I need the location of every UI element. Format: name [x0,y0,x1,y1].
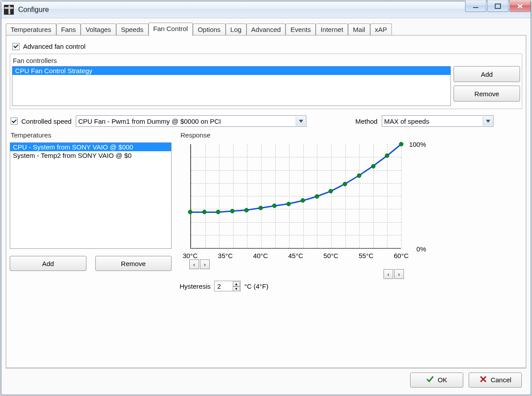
hysteresis-unit: °C (4°F) [244,282,269,290]
tab-fan-control[interactable]: Fan Control [149,23,193,36]
temperatures-list[interactable]: CPU - System from SONY VAIO @ $000System… [10,142,172,249]
tab-voltages[interactable]: Voltages [81,24,116,36]
spinner-arrows-icon: ▲▼ [233,282,240,290]
minimize-button[interactable] [465,0,486,12]
svg-rect-1 [495,4,501,8]
window-controls [465,0,531,12]
chart-x-max-increase-button[interactable]: › [394,269,404,279]
chart-point[interactable] [301,198,305,203]
chart-point[interactable] [315,194,319,199]
dialog-button-bar: OK Cancel [6,368,526,391]
tab-panel-fan-control: Advanced fan control Fan controllers CPU… [6,35,526,368]
hysteresis-row: Hysteresis 2 ▲▼ °C (4°F) [180,281,522,291]
chart-point[interactable] [258,206,263,210]
cancel-label: Cancel [491,376,512,384]
chart-x-min-decrease-button[interactable]: ‹ [189,259,199,269]
temperature-add-label: Add [42,260,54,267]
chart-x-tick: 60°C [394,252,409,259]
fan-controllers-label: Fan controllers [13,57,520,64]
controlled-speed-value: CPU Fan - Pwm1 from Dummy @ $0000 on PCI [78,118,221,125]
chevron-down-icon [483,116,493,126]
chart-point[interactable] [272,204,277,208]
response-chart[interactable]: ‹ › ‹ › 30°C35°C40°C45°C50°C55°C60°C100%… [180,141,428,265]
client-area: TemperaturesFansVoltagesSpeedsFan Contro… [1,18,531,395]
chart-x-tick: 45°C [288,252,303,259]
title-bar: Configure [1,1,531,18]
cancel-button[interactable]: Cancel [469,372,522,388]
lower-section: Temperatures CPU - System from SONY VAIO… [10,129,522,291]
controller-remove-button[interactable]: Remove [454,86,520,102]
chart-point[interactable] [399,142,403,146]
chart-x-tick: 35°C [218,252,233,259]
chart-point[interactable] [230,209,235,213]
chart-point[interactable] [343,182,347,186]
method-value: MAX of speeds [384,118,429,125]
controller-remove-label: Remove [474,90,499,98]
chart-point[interactable] [385,153,389,158]
hysteresis-value: 2 [217,282,221,290]
tab-options[interactable]: Options [193,24,226,36]
controlled-speed-checkbox[interactable]: Controlled speed [11,118,71,125]
tab-advanced[interactable]: Advanced [246,24,286,36]
chevron-down-icon [296,116,305,126]
controlled-speed-select[interactable]: CPU Fan - Pwm1 from Dummy @ $0000 on PCI [76,115,306,127]
check-icon [426,375,434,384]
chart-point[interactable] [286,202,291,206]
response-label: Response [180,131,522,139]
window-title: Configure [18,6,49,14]
tab-events[interactable]: Events [286,24,316,36]
tab-xap[interactable]: xAP [370,24,392,36]
response-column: Response ‹ › ‹ › [180,129,522,291]
chart-x-tick: 50°C [324,252,339,259]
chart-point[interactable] [216,210,220,214]
temperatures-column: Temperatures CPU - System from SONY VAIO… [10,129,172,291]
chart-x-tick: 30°C [183,252,198,259]
temperature-remove-button[interactable]: Remove [95,256,172,271]
controller-add-button[interactable]: Add [454,66,520,82]
controller-item[interactable]: CPU Fan Control Strategy [12,67,450,75]
chart-x-tick: 55°C [359,252,374,259]
tab-mail[interactable]: Mail [348,24,370,36]
controlled-speed-label: Controlled speed [21,118,71,125]
cross-icon [479,375,487,384]
chart-plot-area [190,144,401,249]
temperature-item[interactable]: System - Temp2 from SONY VAIO @ $0 [10,151,171,160]
hysteresis-spinner[interactable]: 2 ▲▼ [214,281,241,291]
chart-point[interactable] [329,189,333,193]
close-button[interactable] [509,0,531,12]
temperature-remove-label: Remove [121,260,146,267]
ok-button[interactable]: OK [410,372,463,388]
chart-x-max-decrease-button[interactable]: ‹ [383,269,393,279]
app-icon [4,5,14,15]
tab-log[interactable]: Log [226,24,246,36]
chart-y-tick: 0% [416,245,426,253]
chart-x-min-increase-button[interactable]: › [200,259,210,269]
tab-speeds[interactable]: Speeds [116,24,149,36]
chart-point[interactable] [244,208,249,212]
checkbox-icon [11,118,18,125]
chart-point[interactable] [188,210,192,214]
hysteresis-label: Hysteresis [180,282,211,290]
tab-temperatures[interactable]: Temperatures [6,24,56,36]
method-select[interactable]: MAX of speeds [382,115,493,127]
tab-fans[interactable]: Fans [56,24,81,36]
ok-label: OK [438,376,447,384]
tab-internet[interactable]: Internet [316,24,348,36]
chart-point[interactable] [202,210,207,214]
controller-add-label: Add [481,71,493,78]
chart-scroll-row: ‹ › ‹ › [189,259,402,269]
temperature-item[interactable]: CPU - System from SONY VAIO @ $000 [10,143,171,151]
configure-window: Configure TemperaturesFansVoltagesSpeeds… [1,1,531,395]
temperature-add-button[interactable]: Add [10,256,86,271]
fan-controllers-group: Fan controllers CPU Fan Control Strategy… [10,54,522,109]
chart-point[interactable] [371,164,376,169]
chart-point[interactable] [357,173,361,178]
maximize-button[interactable] [487,0,509,12]
temperatures-label: Temperatures [11,131,172,139]
chart-y-tick: 100% [409,141,426,148]
svg-rect-0 [473,7,478,8]
fan-controllers-list[interactable]: CPU Fan Control Strategy [12,66,451,106]
advanced-fan-control-row: Advanced fan control [10,39,522,52]
method-label: Method [355,118,377,125]
advanced-fan-control-checkbox[interactable]: Advanced fan control [12,43,86,50]
